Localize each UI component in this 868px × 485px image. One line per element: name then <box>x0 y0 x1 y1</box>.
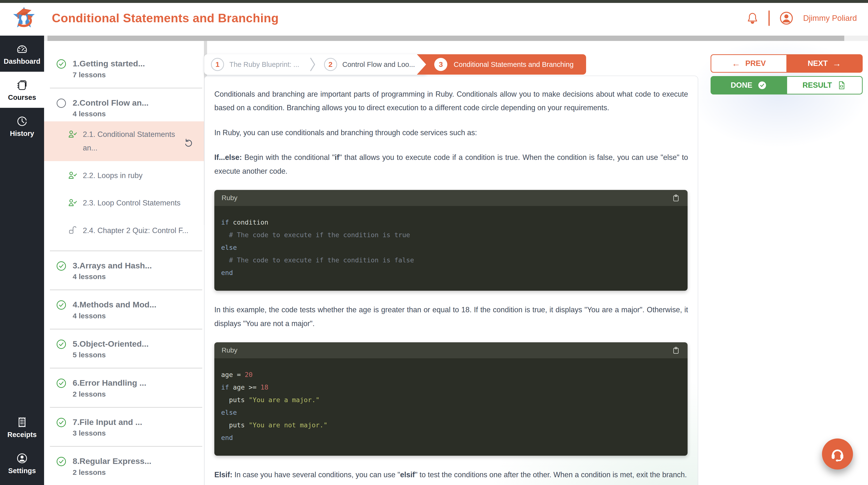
chevron-separator-icon <box>310 57 316 72</box>
settings-person-icon <box>16 452 28 464</box>
step-number: 2 <box>324 58 337 71</box>
code-language-label: Ruby <box>222 346 237 354</box>
lesson-content: Conditionals and branching are important… <box>214 87 688 481</box>
copy-code-icon[interactable] <box>672 193 680 202</box>
chapter-item[interactable]: 3.Arrays and Hash...4 lessons <box>44 259 207 283</box>
page-title: Conditional Statements and Branching <box>52 11 279 25</box>
outline-divider <box>50 329 202 330</box>
chapter-title: 6.Error Handling ... <box>73 378 146 388</box>
courses-notebook-icon <box>16 79 28 91</box>
check-circle-icon <box>56 456 67 467</box>
lesson-item[interactable]: 2.2. Loops in ruby <box>44 162 207 189</box>
check-circle-icon <box>757 81 767 90</box>
chapter-lesson-count: 4 lessons <box>73 312 156 320</box>
sidebar-item-history[interactable]: History <box>0 108 44 144</box>
window-top-bar <box>0 0 868 3</box>
lesson-label: 2.3. Loop Control Statements <box>83 196 180 210</box>
chapter-lesson-count: 4 lessons <box>73 273 152 281</box>
sidebar-item-label: Receipts <box>7 431 37 439</box>
code-body: age = 20if age >= 18 puts "You are a maj… <box>214 358 688 456</box>
outline-divider <box>50 368 202 368</box>
course-outline: 1.Getting started...7 lessons2.Control F… <box>44 56 207 485</box>
chapter-title: 4.Methods and Mod... <box>73 299 156 310</box>
check-circle-icon <box>56 299 67 310</box>
chapter-title: 7.File Input and ... <box>73 417 142 427</box>
support-chat-button[interactable] <box>822 438 853 469</box>
outline-divider <box>50 250 202 251</box>
lesson-card: Conditionals and branching are important… <box>204 75 698 485</box>
prev-label: PREV <box>745 59 766 68</box>
code-block: Rubyif condition # The code to execute i… <box>214 190 688 291</box>
code-file-icon <box>837 81 846 90</box>
sidebar-bottom: ReceiptsSettings <box>0 409 44 485</box>
chapter-title: 8.Regular Express... <box>73 456 151 466</box>
chapter-title: 3.Arrays and Hash... <box>73 261 152 271</box>
sidebar-item-label: History <box>10 130 34 138</box>
result-label: RESULT <box>802 81 832 90</box>
circle-icon <box>56 98 67 109</box>
chapter-item[interactable]: 2.Control Flow an...4 lessons <box>44 96 207 120</box>
done-label: DONE <box>731 81 752 90</box>
lesson-actions: ← PREV NEXT → DONE RESULT <box>711 54 863 94</box>
chapter-title: 1.Getting started... <box>73 58 145 69</box>
outline-divider <box>50 290 202 290</box>
app-logo[interactable] <box>11 5 37 31</box>
course-outline-panel: 1.Getting started...7 lessons2.Control F… <box>44 41 207 485</box>
step-tab-2[interactable]: 2Control Flow and Loo... <box>324 58 415 71</box>
paragraph: Conditionals and branching are important… <box>214 87 688 115</box>
chapter-item[interactable]: 5.Object-Oriented...5 lessons <box>44 337 207 361</box>
chapter-item[interactable]: 1.Getting started...7 lessons <box>44 56 207 81</box>
lesson-steps-breadcrumb: 1The Ruby Blueprint: ...2Control Flow an… <box>204 54 586 74</box>
arrow-left-icon: ← <box>732 59 741 68</box>
paragraph: In this example, the code tests whether … <box>214 303 688 330</box>
sidebar-item-label: Dashboard <box>4 57 40 65</box>
steps-white-group: 1The Ruby Blueprint: ...2Control Flow an… <box>204 54 427 74</box>
done-button[interactable]: DONE <box>711 76 787 94</box>
user-avatar-icon[interactable] <box>779 11 794 26</box>
lesson-label: 2.1. Conditional Statements an... <box>83 128 189 155</box>
sidebar-top: DashboardCoursesHistory <box>0 36 44 144</box>
step-label: The Ruby Blueprint: ... <box>229 61 299 68</box>
next-button[interactable]: NEXT → <box>787 54 863 73</box>
sidebar-item-receipts[interactable]: Receipts <box>0 409 44 445</box>
chapter-title: 5.Object-Oriented... <box>73 339 149 349</box>
chapter-item[interactable]: 8.Regular Express...2 lessons <box>44 454 207 479</box>
notifications-bell-icon[interactable] <box>746 11 759 25</box>
person-check-icon <box>67 170 78 180</box>
sidebar-item-settings[interactable]: Settings <box>0 445 44 481</box>
user-name[interactable]: Djimmy Poliard <box>803 13 857 23</box>
chapter-lesson-count: 3 lessons <box>73 429 142 437</box>
receipts-icon <box>16 416 28 428</box>
refresh-icon <box>183 138 193 148</box>
sidebar-item-label: Settings <box>8 467 36 475</box>
code-language-label: Ruby <box>222 194 237 202</box>
code-block-header: Ruby <box>214 190 688 206</box>
code-block: Rubyage = 20if age >= 18 puts "You are a… <box>214 342 688 456</box>
sidebar-item-label: Courses <box>8 93 36 101</box>
lock-icon <box>67 225 78 236</box>
chapter-item[interactable]: 6.Error Handling ...2 lessons <box>44 376 207 400</box>
lesson-item[interactable]: 2.1. Conditional Statements an... <box>44 121 207 161</box>
sidebar-item-courses[interactable]: Courses <box>0 72 44 108</box>
sidebar-item-dashboard[interactable]: Dashboard <box>0 36 44 72</box>
chapter-lesson-count: 4 lessons <box>73 110 149 118</box>
step-tab-1[interactable]: 1The Ruby Blueprint: ... <box>211 58 299 71</box>
history-clock-icon <box>16 115 28 127</box>
chapter-lesson-count: 2 lessons <box>73 390 146 398</box>
header-divider <box>769 10 770 26</box>
chapter-item[interactable]: 7.File Input and ...3 lessons <box>44 415 207 439</box>
check-circle-icon <box>56 58 67 69</box>
result-button[interactable]: RESULT <box>787 76 863 94</box>
chapter-title: 2.Control Flow an... <box>73 98 149 108</box>
step-tab-active[interactable]: 3Conditional Statements and Branching <box>417 54 586 74</box>
lesson-item[interactable]: 2.3. Loop Control Statements <box>44 190 207 216</box>
outline-divider <box>50 88 202 88</box>
check-circle-icon <box>56 261 67 272</box>
chapter-lesson-count: 5 lessons <box>73 351 149 359</box>
outline-divider <box>50 446 202 447</box>
copy-code-icon[interactable] <box>672 346 680 355</box>
chapter-item[interactable]: 4.Methods and Mod...4 lessons <box>44 298 207 322</box>
prev-button[interactable]: ← PREV <box>711 54 787 73</box>
lesson-item[interactable]: 2.4. Chapter 2 Quiz: Control F... <box>44 217 207 244</box>
person-check-icon <box>67 129 78 139</box>
